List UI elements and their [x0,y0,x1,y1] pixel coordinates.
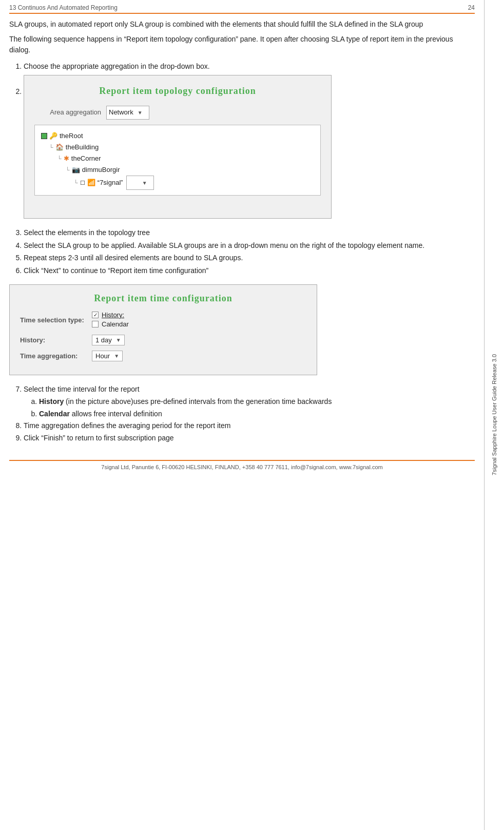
tree-connector4-icon: └ [74,178,78,188]
tree-item-7signal: └ ☐ 📶 “7signal” ▼ [74,176,314,190]
step-9: Click “Finish” to return to first subscr… [24,432,475,445]
step-4: Select the SLA group to be applied. Avai… [24,240,475,251]
corner-icon: ✱ [64,153,69,164]
history-label: History: [20,336,92,344]
time-selection-label: Time selection type: [20,316,92,324]
calendar-checkbox-row: Calendar [92,320,129,328]
root-icon: 🔑 [49,130,57,142]
step-6: Click “Next” to continue to “Report item… [24,265,475,276]
step-8: Time aggregation defines the averaging p… [24,420,475,432]
time-aggregation-label: Time aggregation: [20,352,92,360]
calendar-checkbox-label: Calendar [102,320,129,328]
chapter-title: 13 Continuos And Automated Reporting [9,4,118,11]
step-3: Select the elements in the topology tree [24,227,475,238]
step-7-sublist: History (in the picture above)uses pre-d… [39,396,475,420]
history-checkbox-row: ✓ History: [92,311,129,319]
header-bar: 13 Continuos And Automated Reporting 24 [9,4,475,14]
hour-dropdown-arrow-icon: ▼ [114,353,119,359]
page-number: 24 [468,4,475,11]
hour-dropdown[interactable]: Hour ▼ [92,351,123,361]
steps-3-6-list: Select the elements in the topology tree… [24,227,475,276]
step-7a-bold: History [39,397,64,406]
area-aggregation-label: Area aggregation [34,107,101,118]
step-7b: Calendar allows free interval definition [39,408,475,420]
step-1: Choose the appropriate aggregation in th… [24,61,475,72]
tree-item-building: └ 🏠 theBuilding [49,142,314,153]
steps-7-9-list: Select the time interval for the report … [24,383,475,445]
dropdown-arrow-icon: ▼ [138,109,143,117]
tree-building-label: theBuilding [66,142,99,153]
tree-connector-icon: └ [49,143,53,152]
calendar-checkbox[interactable] [92,321,99,327]
topology-dialog-title: Report item topology configuration [34,84,321,99]
tree-dimmu-label: dimmuBorgir [82,164,120,176]
step-2: Report item topology configuration Area … [24,75,475,219]
checkbox-icon: ☐ [80,178,85,188]
main-content: 13 Continuos And Automated Reporting 24 … [0,0,484,830]
history-dropdown-arrow-icon: ▼ [116,337,121,343]
tree-root-label: theRoot [60,130,83,142]
footer-text: 7signal Ltd, Panuntie 6, FI-00620 HELSIN… [101,464,382,470]
time-dialog-title: Report item time configuration [20,293,306,304]
7signal-select-value [129,177,138,188]
tree-connector2-icon: └ [57,154,62,164]
step-7a-rest: (in the picture above)uses pre-defined i… [64,397,332,406]
step-7: Select the time interval for the report … [24,383,475,420]
tree-item-root: 🔑 theRoot [41,130,314,142]
page-container: 13 Continuos And Automated Reporting 24 … [0,0,504,830]
green-square-icon [41,133,47,139]
area-aggregation-row: Area aggregation Network ▼ [34,106,321,120]
signal-icon: 📶 [87,177,95,188]
history-dropdown[interactable]: 1 day ▼ [92,335,125,345]
step-7b-bold: Calendar [39,410,70,418]
topology-dialog: Report item topology configuration Area … [24,75,332,219]
step-7a: History (in the picture above)uses pre-d… [39,396,475,408]
tree-corner-label: theCorner [71,153,101,164]
tree-7signal-label: “7signal” [98,177,123,188]
history-checkbox[interactable]: ✓ [92,312,99,318]
time-selection-row: Time selection type: ✓ History: Calendar [20,311,306,330]
step-7b-rest: allows free interval definition [70,410,162,418]
step-7-text: Select the time interval for the report [24,385,140,393]
history-value: 1 day [95,336,112,344]
history-checkbox-label: History: [102,311,124,319]
network-value: Network [109,107,133,118]
tree-item-dimmu: └ 📷 dimmuBorgir [66,164,314,176]
steps-1-2-list: Choose the appropriate aggregation in th… [24,61,475,219]
step-5: Repeat steps 2-3 until all desired eleme… [24,252,475,263]
tree-connector3-icon: └ [66,165,70,175]
tree-item-corner: └ ✱ theCorner [57,153,314,164]
topology-tree: 🔑 theRoot └ 🏠 theBuilding └ ✱ [34,125,321,196]
time-config-dialog: Report item time configuration Time sele… [9,284,317,375]
7signal-dropdown-arrow-icon: ▼ [142,179,147,187]
7signal-dropdown[interactable]: ▼ [126,176,154,190]
network-dropdown[interactable]: Network ▼ [106,106,149,120]
dimmu-icon: 📷 [72,164,80,176]
footer: 7signal Ltd, Panuntie 6, FI-00620 HELSIN… [9,460,475,470]
time-selection-values: ✓ History: Calendar [92,311,129,330]
time-aggregation-row: Time aggregation: Hour ▼ [20,351,306,361]
sidebar: 7signal Sapphire Loupe User Guide Releas… [484,0,504,830]
intro-para1: SLA groups, in automated report only SLA… [9,19,475,30]
history-row: History: 1 day ▼ [20,335,306,345]
sidebar-text: 7signal Sapphire Loupe User Guide Releas… [491,354,498,475]
intro-para2: The following sequence happens in “Repor… [9,34,475,55]
hour-value: Hour [95,352,110,360]
building-icon: 🏠 [55,142,64,153]
